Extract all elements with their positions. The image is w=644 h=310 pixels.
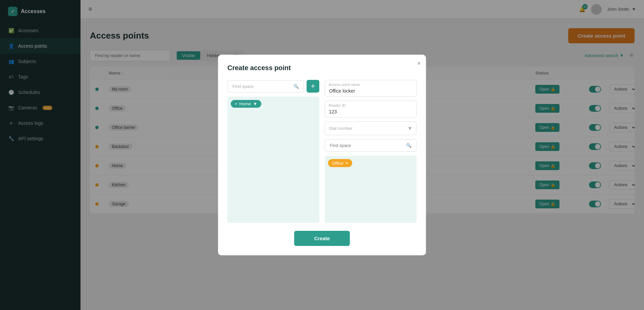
dial-number-field: Dial number ▼ bbox=[325, 121, 417, 135]
find-space-right-input[interactable]: 🔍 bbox=[325, 139, 417, 152]
office-chip-close[interactable]: × bbox=[345, 160, 348, 166]
modal-right-panel: Access point name Reader ID Dial number … bbox=[325, 80, 417, 223]
dial-number-select[interactable]: Dial number bbox=[325, 121, 417, 135]
access-point-name-label: Access point name bbox=[329, 83, 360, 87]
space-chip-plus: + bbox=[235, 101, 237, 106]
access-point-name-field: Access point name bbox=[325, 80, 417, 97]
office-chip-label: Office bbox=[332, 161, 343, 166]
modal-close-button[interactable]: × bbox=[417, 60, 421, 67]
reader-id-field: Reader ID bbox=[325, 101, 417, 117]
modal-overlay[interactable]: Create access point × Find space 🔍 + + H… bbox=[0, 0, 644, 310]
space-list-area: + Home ▼ bbox=[227, 97, 319, 223]
space-search-box: Find space 🔍 + bbox=[227, 80, 319, 93]
find-space-placeholder: Find space bbox=[232, 84, 254, 89]
reader-id-label: Reader ID bbox=[329, 103, 345, 107]
modal-left-panel: Find space 🔍 + + Home ▼ bbox=[227, 80, 319, 223]
create-modal-button[interactable]: Create bbox=[294, 231, 350, 246]
modal-title: Create access point bbox=[227, 64, 417, 72]
chevron-down-icon: ▼ bbox=[253, 101, 257, 106]
add-space-button[interactable]: + bbox=[307, 80, 319, 93]
office-space-chip[interactable]: Office × bbox=[328, 159, 352, 167]
find-space-left-input[interactable]: Find space 🔍 bbox=[227, 80, 304, 93]
find-space-right-text[interactable] bbox=[330, 143, 404, 148]
search-icon: 🔍 bbox=[406, 143, 412, 148]
right-space-list-area: Office × bbox=[325, 156, 417, 223]
create-access-point-modal: Create access point × Find space 🔍 + + H… bbox=[218, 55, 426, 255]
search-icon: 🔍 bbox=[293, 84, 299, 89]
space-chip-label: Home bbox=[239, 101, 251, 106]
modal-footer: Create bbox=[227, 231, 417, 246]
modal-body: Find space 🔍 + + Home ▼ Access point nam bbox=[227, 80, 417, 223]
home-space-chip[interactable]: + Home ▼ bbox=[231, 100, 261, 108]
